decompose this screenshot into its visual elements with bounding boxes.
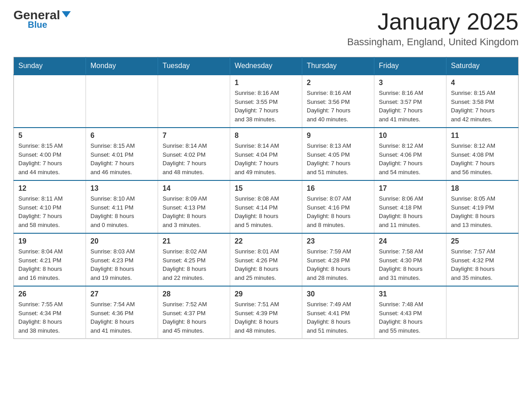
calendar-week-row: 26Sunrise: 7:55 AM Sunset: 4:34 PM Dayli… [14,286,519,339]
day-info: Sunrise: 8:14 AM Sunset: 4:02 PM Dayligh… [163,141,225,176]
calendar-cell: 13Sunrise: 8:10 AM Sunset: 4:11 PM Dayli… [86,180,158,233]
day-number: 6 [90,132,153,140]
day-number: 14 [163,184,225,193]
day-info: Sunrise: 8:15 AM Sunset: 4:00 PM Dayligh… [18,141,81,176]
weekday-header-tuesday: Tuesday [158,57,230,75]
calendar-cell: 6Sunrise: 8:15 AM Sunset: 4:01 PM Daylig… [86,128,158,180]
day-info: Sunrise: 8:08 AM Sunset: 4:14 PM Dayligh… [235,194,297,229]
month-title: January 2025 [347,9,519,34]
day-info: Sunrise: 8:15 AM Sunset: 4:01 PM Dayligh… [90,141,153,176]
calendar-body: 1Sunrise: 8:16 AM Sunset: 3:55 PM Daylig… [14,75,519,339]
day-number: 3 [379,79,442,87]
calendar-cell: 27Sunrise: 7:54 AM Sunset: 4:36 PM Dayli… [86,286,158,339]
calendar-cell: 23Sunrise: 7:59 AM Sunset: 4:28 PM Dayli… [302,233,374,286]
weekday-header-sunday: Sunday [14,57,86,75]
day-info: Sunrise: 8:06 AM Sunset: 4:18 PM Dayligh… [379,194,442,229]
weekday-header-thursday: Thursday [302,57,374,75]
calendar-cell: 24Sunrise: 7:58 AM Sunset: 4:30 PM Dayli… [374,233,446,286]
calendar-cell: 5Sunrise: 8:15 AM Sunset: 4:00 PM Daylig… [14,128,86,180]
calendar-cell: 20Sunrise: 8:03 AM Sunset: 4:23 PM Dayli… [86,233,158,286]
calendar-cell: 31Sunrise: 7:48 AM Sunset: 4:43 PM Dayli… [374,286,446,339]
day-number: 16 [307,184,369,193]
day-number: 12 [18,184,81,193]
calendar-cell: 26Sunrise: 7:55 AM Sunset: 4:34 PM Dayli… [14,286,86,339]
page-header: General Blue January 2025 Bassingham, En… [13,9,519,48]
day-number: 28 [163,290,225,298]
calendar-cell: 16Sunrise: 8:07 AM Sunset: 4:16 PM Dayli… [302,180,374,233]
day-info: Sunrise: 7:58 AM Sunset: 4:30 PM Dayligh… [379,247,442,282]
calendar-table: SundayMondayTuesdayWednesdayThursdayFrid… [13,57,519,339]
day-number: 13 [90,184,153,193]
day-info: Sunrise: 8:16 AM Sunset: 3:57 PM Dayligh… [379,89,442,124]
weekday-header-friday: Friday [374,57,446,75]
calendar-week-row: 12Sunrise: 8:11 AM Sunset: 4:10 PM Dayli… [14,180,519,233]
day-number: 21 [163,237,225,245]
calendar-week-row: 1Sunrise: 8:16 AM Sunset: 3:55 PM Daylig… [14,75,519,128]
day-number: 22 [235,237,297,245]
day-number: 1 [235,79,297,87]
logo-blue-text: Blue [28,20,47,30]
calendar-cell: 12Sunrise: 8:11 AM Sunset: 4:10 PM Dayli… [14,180,86,233]
calendar-cell: 21Sunrise: 8:02 AM Sunset: 4:25 PM Dayli… [158,233,230,286]
calendar-cell: 1Sunrise: 8:16 AM Sunset: 3:55 PM Daylig… [230,75,302,128]
calendar-cell: 17Sunrise: 8:06 AM Sunset: 4:18 PM Dayli… [374,180,446,233]
day-info: Sunrise: 7:51 AM Sunset: 4:39 PM Dayligh… [235,300,297,335]
weekday-header-wednesday: Wednesday [230,57,302,75]
day-info: Sunrise: 8:09 AM Sunset: 4:13 PM Dayligh… [163,194,225,229]
day-number: 23 [307,237,369,245]
day-number: 15 [235,184,297,193]
day-number: 30 [307,290,369,298]
day-number: 4 [451,79,514,87]
calendar-week-row: 19Sunrise: 8:04 AM Sunset: 4:21 PM Dayli… [14,233,519,286]
day-info: Sunrise: 8:02 AM Sunset: 4:25 PM Dayligh… [163,247,225,282]
day-info: Sunrise: 8:10 AM Sunset: 4:11 PM Dayligh… [90,194,153,229]
day-info: Sunrise: 7:54 AM Sunset: 4:36 PM Dayligh… [90,300,153,335]
calendar-cell: 3Sunrise: 8:16 AM Sunset: 3:57 PM Daylig… [374,75,446,128]
day-number: 29 [235,290,297,298]
calendar-cell: 10Sunrise: 8:12 AM Sunset: 4:06 PM Dayli… [374,128,446,180]
title-block: January 2025 Bassingham, England, United… [347,9,519,48]
weekday-header-monday: Monday [86,57,158,75]
calendar-cell: 15Sunrise: 8:08 AM Sunset: 4:14 PM Dayli… [230,180,302,233]
calendar-cell: 2Sunrise: 8:16 AM Sunset: 3:56 PM Daylig… [302,75,374,128]
logo-triangle-icon [62,11,71,17]
calendar-cell: 8Sunrise: 8:14 AM Sunset: 4:04 PM Daylig… [230,128,302,180]
day-info: Sunrise: 8:13 AM Sunset: 4:05 PM Dayligh… [307,141,369,176]
location-text: Bassingham, England, United Kingdom [347,36,519,48]
day-info: Sunrise: 8:14 AM Sunset: 4:04 PM Dayligh… [235,141,297,176]
day-info: Sunrise: 7:57 AM Sunset: 4:32 PM Dayligh… [451,247,514,282]
calendar-cell: 30Sunrise: 7:49 AM Sunset: 4:41 PM Dayli… [302,286,374,339]
day-number: 9 [307,132,369,140]
day-info: Sunrise: 8:01 AM Sunset: 4:26 PM Dayligh… [235,247,297,282]
logo: General Blue [13,9,71,30]
day-info: Sunrise: 7:48 AM Sunset: 4:43 PM Dayligh… [379,300,442,335]
day-info: Sunrise: 8:07 AM Sunset: 4:16 PM Dayligh… [307,194,369,229]
day-info: Sunrise: 8:12 AM Sunset: 4:08 PM Dayligh… [451,141,514,176]
day-number: 27 [90,290,153,298]
day-number: 7 [163,132,225,140]
calendar-cell [86,75,158,128]
day-number: 26 [18,290,81,298]
day-info: Sunrise: 8:15 AM Sunset: 3:58 PM Dayligh… [451,89,514,124]
calendar-cell [158,75,230,128]
calendar-cell: 14Sunrise: 8:09 AM Sunset: 4:13 PM Dayli… [158,180,230,233]
calendar-cell: 9Sunrise: 8:13 AM Sunset: 4:05 PM Daylig… [302,128,374,180]
day-info: Sunrise: 8:05 AM Sunset: 4:19 PM Dayligh… [451,194,514,229]
calendar-cell: 4Sunrise: 8:15 AM Sunset: 3:58 PM Daylig… [446,75,519,128]
day-number: 24 [379,237,442,245]
day-info: Sunrise: 7:59 AM Sunset: 4:28 PM Dayligh… [307,247,369,282]
day-info: Sunrise: 7:55 AM Sunset: 4:34 PM Dayligh… [18,300,81,335]
weekday-header-row: SundayMondayTuesdayWednesdayThursdayFrid… [14,57,519,75]
day-number: 20 [90,237,153,245]
calendar-cell: 19Sunrise: 8:04 AM Sunset: 4:21 PM Dayli… [14,233,86,286]
day-number: 19 [18,237,81,245]
calendar-cell: 7Sunrise: 8:14 AM Sunset: 4:02 PM Daylig… [158,128,230,180]
day-info: Sunrise: 7:49 AM Sunset: 4:41 PM Dayligh… [307,300,369,335]
day-info: Sunrise: 8:16 AM Sunset: 3:55 PM Dayligh… [235,89,297,124]
day-number: 8 [235,132,297,140]
day-info: Sunrise: 7:52 AM Sunset: 4:37 PM Dayligh… [163,300,225,335]
calendar-cell: 11Sunrise: 8:12 AM Sunset: 4:08 PM Dayli… [446,128,519,180]
calendar-cell [14,75,86,128]
day-info: Sunrise: 8:16 AM Sunset: 3:56 PM Dayligh… [307,89,369,124]
day-number: 31 [379,290,442,298]
